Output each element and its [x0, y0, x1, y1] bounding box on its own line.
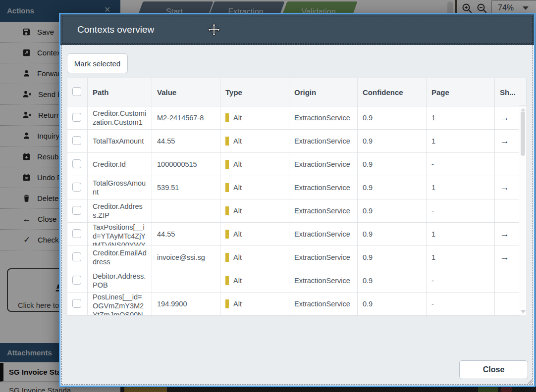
goto-page-arrow[interactable]: → — [500, 252, 509, 262]
cell-type: Alt — [233, 137, 242, 145]
cell-origin: ExtractionService — [289, 176, 358, 199]
cell-page: 1 — [427, 246, 495, 269]
type-color-bar — [225, 160, 229, 169]
cell-origin: ExtractionService — [289, 293, 358, 316]
table-row[interactable]: TotalGrossAmount 539.51 Alt ExtractionSe… — [67, 176, 520, 199]
table-row[interactable]: TaxPositions[__id=YTAyMTc4ZjYtMTViNS00YW… — [67, 223, 520, 246]
table-scrollbar-header-filler — [519, 78, 527, 106]
contexts-table: Path Value Type Origin Confidence Page S… — [67, 78, 520, 316]
cell-value: 1000000515 — [152, 153, 220, 176]
column-header-confidence: Confidence — [358, 78, 427, 106]
row-checkbox[interactable] — [72, 183, 81, 192]
cell-value — [152, 269, 220, 293]
cell-page: 1 — [427, 223, 495, 246]
column-header-page: Page — [427, 78, 495, 106]
column-header-origin: Origin — [289, 78, 358, 106]
type-color-bar — [225, 183, 229, 192]
row-checkbox[interactable] — [72, 276, 81, 285]
cell-type: Alt — [233, 207, 242, 215]
cell-type: Alt — [233, 253, 242, 261]
cell-confidence: 0.9 — [358, 269, 427, 293]
column-header-show: Sh... — [495, 78, 520, 106]
modal-drag-header[interactable]: Contexts overview — [60, 14, 534, 45]
cell-origin: ExtractionService — [289, 153, 358, 176]
row-checkbox[interactable] — [72, 113, 81, 122]
mark-selected-button[interactable]: Mark selected — [67, 53, 128, 73]
cell-path: TaxPositions[__id=YTAyMTc4ZjYtMTViNS00YW… — [93, 223, 147, 245]
cell-page: 1 — [427, 106, 495, 130]
cell-type: Alt — [233, 300, 242, 308]
type-color-bar — [225, 253, 229, 262]
goto-page-arrow[interactable]: → — [500, 229, 509, 239]
table-row[interactable]: Creditor.EmailAddress invoice@ssi.sg Alt… — [67, 246, 520, 269]
cell-confidence: 0.9 — [358, 130, 427, 153]
cell-value: 539.51 — [152, 176, 220, 199]
row-checkbox[interactable] — [72, 159, 81, 168]
row-checkbox[interactable] — [72, 299, 81, 308]
cell-value: 44.55 — [152, 223, 220, 246]
table-header-row: Path Value Type Origin Confidence Page S… — [67, 78, 520, 106]
cell-confidence: 0.9 — [358, 223, 427, 246]
scroll-down-icon[interactable] — [521, 310, 526, 313]
modal-close-button[interactable]: Close — [459, 360, 528, 379]
cell-page: - — [427, 199, 495, 223]
cell-page: - — [427, 269, 495, 293]
cell-page: 1 — [427, 130, 495, 153]
cell-path: Creditor.Address.ZIP — [93, 202, 147, 220]
cell-confidence: 0.9 — [358, 199, 427, 223]
row-checkbox[interactable] — [72, 206, 81, 215]
cell-origin: ExtractionService — [289, 269, 358, 293]
table-scrollbar-thumb[interactable] — [521, 111, 525, 156]
row-checkbox[interactable] — [72, 229, 81, 238]
cell-path: Creditor.Customization.Custom1 — [93, 109, 147, 127]
goto-page-arrow[interactable]: → — [500, 136, 509, 146]
cell-origin: ExtractionService — [289, 246, 358, 269]
cell-type: Alt — [233, 277, 242, 285]
resize-handle[interactable] — [526, 378, 533, 384]
type-color-bar — [225, 206, 229, 215]
cell-origin: ExtractionService — [289, 130, 358, 153]
table-row[interactable]: Creditor.Address.ZIP Alt ExtractionServi… — [67, 199, 520, 223]
cell-origin: ExtractionService — [289, 223, 358, 246]
contexts-overview-modal: Contexts overview Mark selected Path Val… — [59, 13, 536, 387]
type-color-bar — [225, 113, 229, 122]
table-row[interactable]: PosLines[__id=OGVmZmY3M2YtZmJmOS00NGFkLW… — [67, 293, 520, 316]
cell-path: Creditor.Id — [93, 160, 147, 169]
cell-path: Debitor.Address.POB — [93, 272, 147, 290]
cell-path: Creditor.EmailAddress — [93, 248, 147, 266]
cell-path: PosLines[__id=OGVmZmY3M2YtZmJmOS00NGFkLW… — [93, 293, 147, 315]
cell-path: TotalGrossAmount — [93, 179, 147, 196]
cell-confidence: 0.9 — [358, 293, 427, 316]
cell-confidence: 0.9 — [358, 106, 427, 130]
cell-type: Alt — [233, 184, 242, 192]
cell-page: 1 — [427, 176, 495, 199]
table-row[interactable]: TotalTaxAmount 44.55 Alt ExtractionServi… — [67, 130, 520, 153]
goto-page-arrow[interactable]: → — [500, 182, 509, 193]
cell-value: 44.55 — [152, 130, 220, 153]
select-all-checkbox[interactable] — [72, 87, 81, 96]
row-checkbox[interactable] — [72, 252, 81, 261]
table-scrollbar — [519, 78, 527, 315]
column-header-value: Value — [152, 78, 220, 106]
column-header-path: Path — [88, 78, 152, 106]
table-row[interactable]: Debitor.Address.POB Alt ExtractionServic… — [67, 269, 520, 293]
table-row[interactable]: Creditor.Customization.Custom1 M2-241456… — [67, 106, 520, 130]
cell-origin: ExtractionService — [289, 106, 358, 130]
cell-page: - — [427, 153, 495, 176]
table-row[interactable]: Creditor.Id 1000000515 Alt ExtractionSer… — [67, 153, 520, 176]
screen: Actions ✕ Save Contexts Forward — [0, 0, 536, 392]
cell-value — [152, 199, 220, 223]
cell-value: M2-2414567-8 — [152, 106, 220, 130]
cell-path: TotalTaxAmount — [93, 137, 147, 146]
column-header-type: Type — [220, 78, 289, 106]
table-scrollbar-track[interactable] — [519, 106, 527, 315]
type-color-bar — [225, 137, 229, 146]
cell-confidence: 0.9 — [358, 176, 427, 199]
cell-confidence: 0.9 — [358, 246, 427, 269]
scroll-up-icon[interactable] — [521, 108, 526, 111]
type-color-bar — [225, 230, 229, 239]
goto-page-arrow[interactable]: → — [500, 112, 509, 123]
cell-type: Alt — [233, 114, 242, 122]
row-checkbox[interactable] — [72, 136, 81, 145]
cell-page: - — [427, 293, 495, 316]
